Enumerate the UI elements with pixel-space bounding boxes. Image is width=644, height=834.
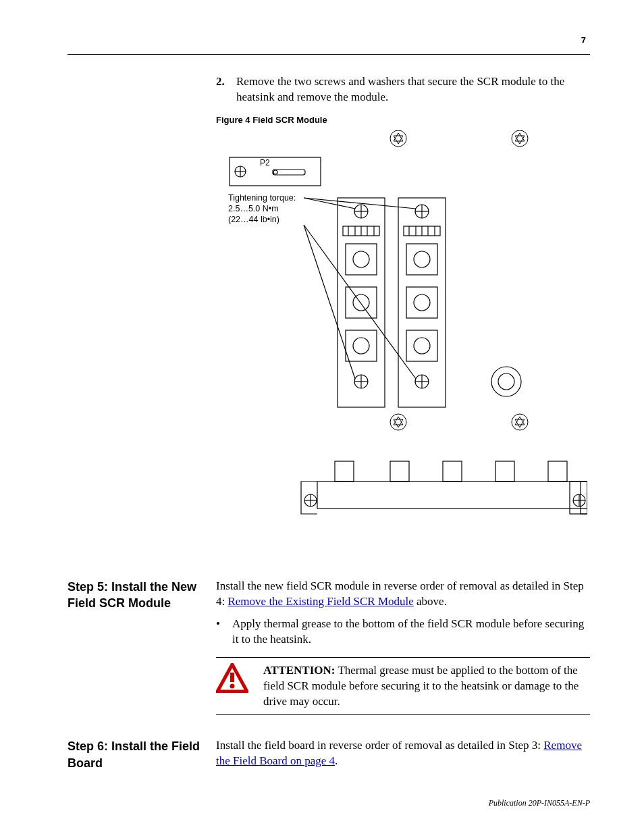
attention-label: ATTENTION: xyxy=(263,664,335,677)
attention-icon xyxy=(216,663,257,698)
svg-marker-50 xyxy=(394,136,403,144)
step-6-block: Step 6: Install the Field Board Install … xyxy=(68,738,590,771)
svg-line-47 xyxy=(304,225,416,379)
svg-rect-63 xyxy=(335,461,354,481)
svg-point-31 xyxy=(353,338,369,354)
svg-line-46 xyxy=(304,225,355,379)
svg-rect-32 xyxy=(406,244,437,275)
svg-marker-49 xyxy=(394,133,403,141)
svg-marker-59 xyxy=(515,419,525,427)
attention-text: ATTENTION: Thermal grease must be applie… xyxy=(263,663,590,710)
svg-point-37 xyxy=(414,338,430,354)
page-number: 7 xyxy=(581,35,586,45)
svg-marker-55 xyxy=(394,417,403,425)
svg-marker-56 xyxy=(394,419,403,427)
svg-rect-65 xyxy=(443,461,462,481)
svg-rect-62 xyxy=(317,481,587,509)
step-2-text: Remove the two screws and washers that s… xyxy=(236,74,590,105)
step-6-para-before: Install the field board in reverse order… xyxy=(216,739,543,752)
svg-rect-66 xyxy=(495,461,514,481)
svg-line-45 xyxy=(304,198,416,209)
step-5-heading: Step 5: Install the New Field SCR Module xyxy=(68,579,216,716)
step-5-para-after: above. xyxy=(414,595,447,608)
figure-4: P2 Tightening torque: 2.5…5.0 N•m (22…44… xyxy=(216,130,587,556)
svg-point-61 xyxy=(498,373,514,390)
svg-rect-30 xyxy=(346,330,377,361)
step-2-item: 2. Remove the two screws and washers tha… xyxy=(216,74,590,105)
step-6-heading: Step 6: Install the Field Board xyxy=(68,738,216,771)
svg-point-5 xyxy=(273,170,277,174)
svg-point-33 xyxy=(414,251,430,267)
bullet-dot-icon: • xyxy=(216,617,225,648)
figure-4-p2-label: P2 xyxy=(260,158,270,167)
svg-point-60 xyxy=(491,367,521,396)
publication-footer: Publication 20P-IN055A-EN-P xyxy=(489,798,590,808)
svg-point-27 xyxy=(353,251,369,267)
step-2-number: 2. xyxy=(216,74,230,105)
attention-block: ATTENTION: Thermal grease must be applie… xyxy=(216,657,590,716)
svg-point-29 xyxy=(353,294,369,311)
step-5-block: Step 5: Install the New Field SCR Module… xyxy=(68,579,590,716)
svg-rect-28 xyxy=(346,287,377,318)
svg-rect-84 xyxy=(230,673,234,682)
svg-rect-64 xyxy=(390,461,409,481)
step-5-paragraph: Install the new field SCR module in reve… xyxy=(216,579,590,610)
figure-4-torque-note: Tightening torque: 2.5…5.0 N•m (22…44 lb… xyxy=(228,192,296,226)
svg-line-44 xyxy=(304,198,355,209)
svg-rect-26 xyxy=(346,244,377,275)
step-6-paragraph: Install the field board in reverse order… xyxy=(216,738,590,771)
step-5-bullet-text: Apply thermal grease to the bottom of th… xyxy=(232,617,590,648)
step-6-para-after: . xyxy=(335,754,338,767)
step-5-link[interactable]: Remove the Existing Field SCR Module xyxy=(227,595,413,608)
svg-marker-58 xyxy=(515,417,525,425)
svg-marker-52 xyxy=(515,133,525,141)
svg-point-35 xyxy=(414,294,430,311)
header-rule xyxy=(68,54,590,55)
svg-rect-36 xyxy=(406,330,437,361)
svg-point-85 xyxy=(230,683,235,688)
svg-rect-34 xyxy=(406,287,437,318)
figure-4-caption: Figure 4 Field SCR Module xyxy=(216,115,590,125)
svg-rect-67 xyxy=(548,461,567,481)
svg-marker-53 xyxy=(515,136,525,144)
step-5-bullet: • Apply thermal grease to the bottom of … xyxy=(216,617,590,648)
